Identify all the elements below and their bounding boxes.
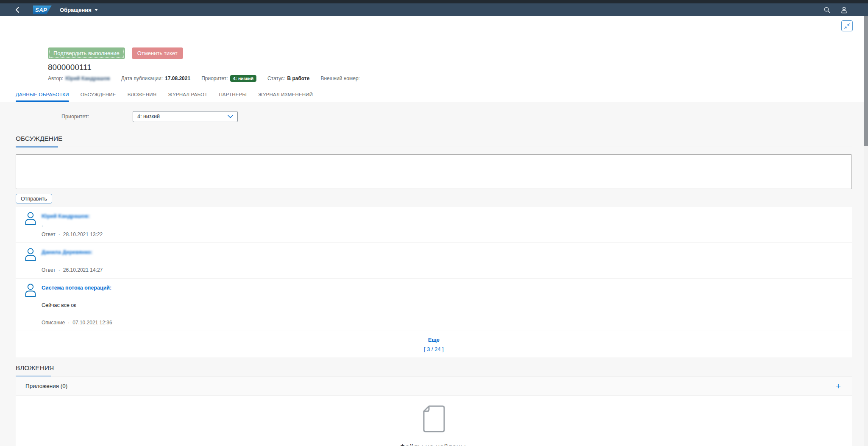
page-content: Приоритет: 4: низкий ОБСУЖДЕНИЕ Отправит… xyxy=(0,111,868,446)
attachments-count-title: Приложения (0) xyxy=(25,383,67,389)
tab-processing-data[interactable]: ДАННЫЕ ОБРАБОТКИ xyxy=(16,89,69,102)
comment-item: Данила Деревянко: Ответ · 26.10.2021 14:… xyxy=(16,243,852,279)
author-value: Юрий Кандрашов xyxy=(65,75,110,81)
publish-date-value: 17.08.2021 xyxy=(165,75,190,81)
comment-datetime: 28.10.2021 13:22 xyxy=(63,231,103,237)
object-page: Подтвердить выполнение Отменить тикет 80… xyxy=(0,16,868,446)
comment-meta-separator: · xyxy=(58,267,60,273)
author-label: Автор: xyxy=(48,75,63,81)
header-actions: Подтвердить выполнение Отменить тикет xyxy=(0,16,868,59)
send-comment-button[interactable]: Отправить xyxy=(16,194,52,203)
sap-logo: SAP xyxy=(33,6,52,14)
avatar-icon xyxy=(23,211,38,226)
external-number-label: Внешний номер: xyxy=(320,75,360,81)
comment-meta-separator: · xyxy=(68,320,70,326)
comment-author-link[interactable]: Юрий Кандрашов: xyxy=(42,213,90,219)
comment-type: Ответ xyxy=(42,267,56,273)
pager-count: [ 3 / 24 ] xyxy=(16,346,852,352)
feed-pager: Еще [ 3 / 24 ] xyxy=(16,331,852,357)
app-title: Обращения xyxy=(60,7,92,13)
attachments-section-title: ВЛОЖЕНИЯ xyxy=(16,364,852,372)
comment-meta: Ответ · 28.10.2021 13:22 xyxy=(42,231,844,237)
chevron-left-icon xyxy=(15,6,20,13)
comment-meta: Описание · 07.10.2021 12:36 xyxy=(42,320,844,326)
status-value: В работе xyxy=(287,75,309,81)
meta-priority: Приоритет: 4: низкий xyxy=(201,75,256,82)
discussion-section-header: ОБСУЖДЕНИЕ xyxy=(16,135,852,147)
meta-external-number: Внешний номер: xyxy=(320,75,362,81)
priority-select[interactable]: 4: низкий xyxy=(133,111,238,122)
priority-badge: 4: низкий xyxy=(230,75,256,82)
comment-datetime: 07.10.2021 12:36 xyxy=(72,320,112,326)
meta-status: Статус: В работе xyxy=(267,75,309,81)
new-comment-textarea[interactable] xyxy=(16,154,852,189)
discussion-section-title: ОБСУЖДЕНИЕ xyxy=(16,135,852,142)
vertical-scrollbar xyxy=(864,16,868,446)
no-files-title: Файлы не найдены. xyxy=(400,443,468,446)
comment-text: . xyxy=(42,222,844,228)
tab-attachments[interactable]: ВЛОЖЕНИЯ xyxy=(128,89,157,102)
tab-change-log[interactable]: ЖУРНАЛ ИЗМЕНЕНИЙ xyxy=(258,89,313,102)
priority-select-value: 4: низкий xyxy=(137,114,228,120)
ticket-number: 8000000111 xyxy=(0,59,868,72)
window-top-strip xyxy=(0,0,868,3)
comments-feed: Юрий Кандрашов: . Ответ · 28.10.2021 13:… xyxy=(16,207,852,357)
chevron-down-icon xyxy=(228,115,233,118)
chevron-down-icon xyxy=(95,9,98,11)
confirm-completion-button[interactable]: Подтвердить выполнение xyxy=(48,47,125,59)
meta-author: Автор: Юрий Кандрашов xyxy=(48,75,110,81)
comment-meta: Ответ · 26.10.2021 14:27 xyxy=(42,267,844,273)
scrollbar-thumb[interactable] xyxy=(864,16,868,146)
person-icon xyxy=(840,6,848,14)
collapse-header-button[interactable] xyxy=(841,20,853,31)
attachments-section-header: ВЛОЖЕНИЯ xyxy=(16,364,852,376)
comment-text: Сейчас все ок xyxy=(42,302,844,308)
priority-field-label: Приоритет: xyxy=(61,114,133,120)
add-attachment-button[interactable]: + xyxy=(836,382,841,390)
priority-label: Приоритет: xyxy=(201,75,228,81)
publish-date-label: Дата публикации: xyxy=(121,75,163,81)
sap-logo-text: SAP xyxy=(35,7,47,13)
comment-meta-separator: · xyxy=(58,231,60,237)
comment-type: Ответ xyxy=(42,231,56,237)
comment-item: Юрий Кандрашов: . Ответ · 28.10.2021 13:… xyxy=(16,207,852,243)
priority-form-row: Приоритет: 4: низкий xyxy=(16,111,852,122)
comment-item: Система потока операций: Сейчас все ок О… xyxy=(16,279,852,331)
avatar-icon xyxy=(23,283,38,297)
meta-publish-date: Дата публикации: 17.08.2021 xyxy=(121,75,190,81)
user-menu-button[interactable] xyxy=(840,6,848,14)
status-label: Статус: xyxy=(267,75,285,81)
object-page-header: Подтвердить выполнение Отменить тикет 80… xyxy=(0,16,868,102)
search-icon xyxy=(823,6,831,14)
cancel-ticket-button[interactable]: Отменить тикет xyxy=(132,47,183,59)
search-button[interactable] xyxy=(823,6,831,14)
comment-author-link[interactable]: Данила Деревянко: xyxy=(42,249,92,255)
upload-collection-empty[interactable]: Файлы не найдены. Перетащите сюда файлы … xyxy=(16,396,852,446)
comment-author-link[interactable]: Система потока операций: xyxy=(42,285,111,291)
show-more-link[interactable]: Еще xyxy=(16,337,852,343)
document-icon xyxy=(422,404,446,433)
avatar-icon xyxy=(23,247,38,262)
shell-header: SAP Обращения xyxy=(0,3,868,16)
tab-work-log[interactable]: ЖУРНАЛ РАБОТ xyxy=(168,89,207,102)
attachments-toolbar: Приложения (0) + xyxy=(16,376,852,396)
tab-partners[interactable]: ПАРТНЕРЫ xyxy=(219,89,247,102)
comment-datetime: 26.10.2021 14:27 xyxy=(63,267,103,273)
tab-discussion[interactable]: ОБСУЖДЕНИЕ xyxy=(81,89,116,102)
comment-type: Описание xyxy=(42,320,65,326)
ticket-meta-row: Автор: Юрий Кандрашов Дата публикации: 1… xyxy=(0,72,868,82)
section-title-underline xyxy=(16,146,58,148)
anchor-tab-bar: ДАННЫЕ ОБРАБОТКИ ОБСУЖДЕНИЕ ВЛОЖЕНИЯ ЖУР… xyxy=(0,89,868,102)
collapse-icon xyxy=(844,23,850,29)
app-title-menu[interactable]: Обращения xyxy=(60,7,98,13)
back-button[interactable] xyxy=(13,5,22,14)
